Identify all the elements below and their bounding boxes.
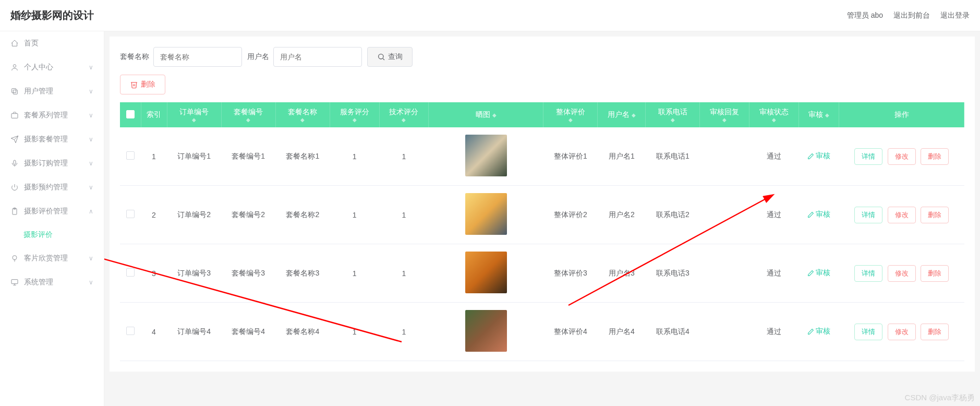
cell-audit-status: 通过 xyxy=(749,244,799,303)
admin-label[interactable]: 管理员 abo xyxy=(847,11,883,20)
col-ops: 操作 xyxy=(894,110,909,118)
col-service-score[interactable]: 服务评分 xyxy=(340,108,369,116)
trash-icon xyxy=(130,80,138,89)
header-right: 管理员 abo 退出到前台 退出登录 xyxy=(847,11,970,20)
detail-button[interactable]: 详情 xyxy=(854,324,882,340)
cell-phone: 联系电话2 xyxy=(646,186,700,244)
search-bar: 套餐名称 用户名 查询 xyxy=(120,47,964,67)
sidebar-item-6[interactable]: 摄影预约管理∨ xyxy=(0,175,104,199)
cell-audit-status: 通过 xyxy=(749,186,799,244)
cell-package-name: 套餐名称2 xyxy=(275,186,330,244)
col-username[interactable]: 用户名 xyxy=(608,110,630,118)
chevron-down-icon: ∨ xyxy=(89,279,93,286)
package-name-input[interactable] xyxy=(153,47,242,67)
audit-link[interactable]: 审核 xyxy=(807,268,830,278)
clipboard-icon xyxy=(10,207,19,216)
delete-button[interactable]: 删除 xyxy=(921,265,949,282)
sidebar-item-4[interactable]: 摄影套餐管理∨ xyxy=(0,127,104,151)
cell-overall: 整体评价4 xyxy=(543,303,598,361)
cell-index: 3 xyxy=(141,244,167,303)
edit-icon xyxy=(807,153,814,160)
sidebar-item-8[interactable]: 客片欣赏管理∨ xyxy=(0,246,104,270)
row-image[interactable] xyxy=(465,310,507,352)
row-image[interactable] xyxy=(465,135,507,176)
sidebar-item-label: 用户管理 xyxy=(24,87,53,96)
detail-button[interactable]: 详情 xyxy=(854,207,882,223)
row-checkbox[interactable] xyxy=(126,210,135,218)
exit-front-link[interactable]: 退出到前台 xyxy=(893,11,930,20)
row-checkbox[interactable] xyxy=(126,151,135,160)
delete-button[interactable]: 删除 xyxy=(921,148,949,165)
logout-link[interactable]: 退出登录 xyxy=(940,11,970,20)
edit-button[interactable]: 修改 xyxy=(888,148,916,165)
delete-button[interactable]: 删除 xyxy=(921,207,949,223)
send-icon xyxy=(10,135,19,144)
audit-link[interactable]: 审核 xyxy=(807,210,830,219)
cell-index: 4 xyxy=(141,303,167,361)
col-audit-status[interactable]: 审核状态 xyxy=(759,108,789,116)
col-order-no[interactable]: 订单编号 xyxy=(179,108,209,116)
edit-icon xyxy=(807,211,814,218)
cell-index: 1 xyxy=(141,127,167,186)
chevron-down-icon: ∨ xyxy=(89,64,93,71)
sidebar-item-7[interactable]: 摄影评价管理∧ xyxy=(0,199,104,223)
cell-order-no: 订单编号4 xyxy=(167,303,221,361)
col-package-no[interactable]: 套餐编号 xyxy=(234,108,263,116)
select-all-checkbox[interactable] xyxy=(126,110,135,118)
edit-icon xyxy=(807,270,814,277)
submenu-item[interactable]: 摄影评价 xyxy=(0,223,104,246)
table-row: 4 订单编号4 套餐编号4 套餐名称4 1 1 整体评价4 用户名4 联系电话4… xyxy=(120,303,964,361)
power-icon xyxy=(10,183,19,192)
col-phone[interactable]: 联系电话 xyxy=(658,108,687,116)
query-button[interactable]: 查询 xyxy=(367,47,413,67)
svg-rect-3 xyxy=(11,114,18,118)
col-audit[interactable]: 审核 xyxy=(808,110,823,118)
cell-username: 用户名4 xyxy=(598,303,646,361)
cell-overall: 整体评价2 xyxy=(543,186,598,244)
col-tech-score[interactable]: 技术评分 xyxy=(389,108,418,116)
svg-point-7 xyxy=(13,256,17,260)
sidebar-item-2[interactable]: 用户管理∨ xyxy=(0,79,104,103)
sidebar-item-5[interactable]: 摄影订购管理∨ xyxy=(0,151,104,175)
edit-button[interactable]: 修改 xyxy=(888,265,916,282)
edit-button[interactable]: 修改 xyxy=(888,324,916,340)
sidebar-item-label: 摄影预约管理 xyxy=(24,183,68,192)
row-image[interactable] xyxy=(465,252,507,293)
audit-link[interactable]: 审核 xyxy=(807,151,830,161)
sidebar-item-1[interactable]: 个人中心∨ xyxy=(0,55,104,79)
table-header-row: 索引 订单编号◆ 套餐编号◆ 套餐名称◆ 服务评分◆ 技术评分◆ 晒图 ◆ 整体… xyxy=(120,102,964,127)
row-checkbox[interactable] xyxy=(126,327,135,335)
svg-line-10 xyxy=(383,58,384,60)
edit-icon xyxy=(807,328,814,335)
header: 婚纱摄影网的设计 管理员 abo 退出到前台 退出登录 xyxy=(0,0,980,31)
package-name-label: 套餐名称 xyxy=(120,52,149,62)
audit-link-label: 审核 xyxy=(816,151,830,161)
username-input[interactable] xyxy=(273,47,362,67)
edit-button[interactable]: 修改 xyxy=(888,207,916,223)
col-image[interactable]: 晒图 xyxy=(476,110,490,118)
sidebar-item-3[interactable]: 套餐系列管理∨ xyxy=(0,103,104,127)
cell-audit-status: 通过 xyxy=(749,303,799,361)
audit-link[interactable]: 审核 xyxy=(807,327,830,336)
cell-tech-score: 1 xyxy=(379,303,429,361)
col-package-name[interactable]: 套餐名称 xyxy=(288,108,317,116)
row-checkbox[interactable] xyxy=(126,268,135,277)
detail-button[interactable]: 详情 xyxy=(854,265,882,282)
cell-tech-score: 1 xyxy=(379,244,429,303)
chevron-down-icon: ∨ xyxy=(89,255,93,262)
audit-link-label: 审核 xyxy=(816,210,830,219)
cell-package-no: 套餐编号3 xyxy=(221,244,275,303)
col-audit-reply[interactable]: 审核回复 xyxy=(710,108,739,116)
cell-order-no: 订单编号1 xyxy=(167,127,221,186)
cell-service-score: 1 xyxy=(330,127,379,186)
batch-delete-button[interactable]: 删除 xyxy=(120,75,165,94)
detail-button[interactable]: 详情 xyxy=(854,148,882,165)
delete-button[interactable]: 删除 xyxy=(921,324,949,340)
sidebar-item-label: 系统管理 xyxy=(24,278,53,287)
sidebar-item-9[interactable]: 系统管理∨ xyxy=(0,270,104,294)
chevron-down-icon: ∨ xyxy=(89,112,93,119)
row-image[interactable] xyxy=(465,193,507,235)
search-icon xyxy=(377,53,385,61)
sidebar-item-0[interactable]: 首页 xyxy=(0,31,104,55)
col-overall[interactable]: 整体评价 xyxy=(556,108,585,116)
